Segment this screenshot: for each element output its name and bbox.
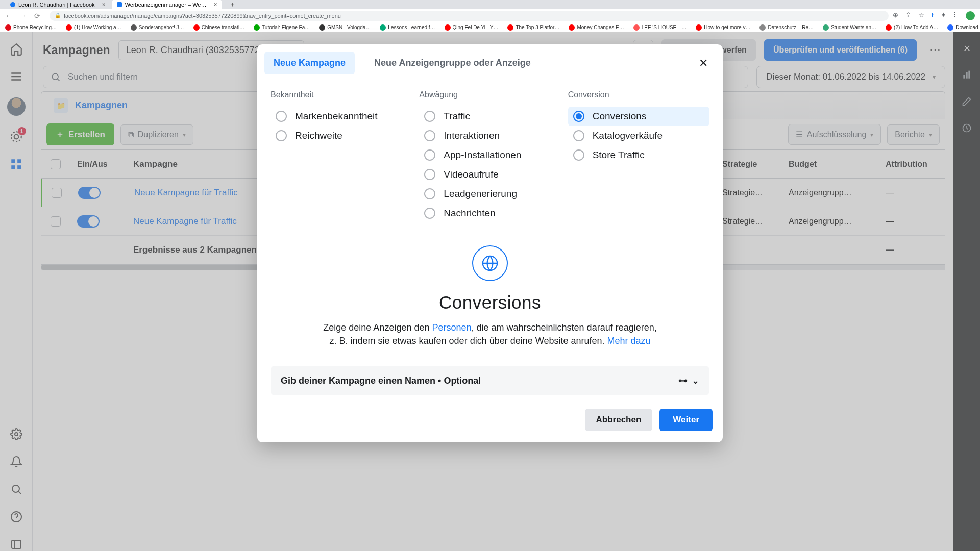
objective-columns: Bekanntheit Markenbekanntheit Reichweite… <box>271 90 709 223</box>
objective-video-views[interactable]: Videoaufrufe <box>419 165 560 184</box>
bookmark-label: LEE 'S HOUSE—… <box>642 24 687 30</box>
campaign-name-label: Gib deiner Kampagne einen Namen • Option… <box>281 375 481 386</box>
profile-avatar-icon[interactable] <box>966 11 975 20</box>
bookmark-favicon-icon <box>886 24 892 31</box>
bookmark-favicon-icon <box>947 24 953 31</box>
bookmark-label: Money Changes E… <box>577 24 624 30</box>
column-heading: Bekanntheit <box>271 90 412 99</box>
bookmark-item[interactable]: (1) How Working a… <box>66 24 121 31</box>
bookmark-item[interactable]: (2) How To Add A… <box>886 24 938 31</box>
campaign-name-row[interactable]: Gib deiner Kampagne einen Namen • Option… <box>271 366 709 395</box>
objective-label: Conversions <box>593 111 647 122</box>
bookmark-favicon-icon <box>445 24 451 31</box>
bookmark-item[interactable]: Download - Cooki… <box>947 24 980 31</box>
bookmark-item[interactable]: The Top 3 Platfor… <box>507 24 559 31</box>
hero-text: Zeige deine Anzeigen den <box>323 322 432 333</box>
column-heading: Abwägung <box>419 90 560 99</box>
extensions-icon[interactable]: ✦ <box>941 11 946 20</box>
hero-link-more[interactable]: Mehr dazu <box>607 336 650 346</box>
menu-icon[interactable]: ⠇ <box>953 11 959 20</box>
objective-brand-awareness[interactable]: Markenbekanntheit <box>271 107 412 126</box>
lock-icon: 🔒 <box>55 13 61 18</box>
browser-tab[interactable]: Werbeanzeigenmanager – We… × <box>112 0 223 10</box>
bookmark-item[interactable]: Datenschutz – Re… <box>760 24 814 31</box>
bookmark-favicon-icon <box>633 24 640 31</box>
forward-icon[interactable]: → <box>19 12 27 20</box>
new-tab-icon[interactable]: ＋ <box>229 0 236 9</box>
bookmark-favicon-icon <box>760 24 766 31</box>
bookmark-label: Student Wants an… <box>831 24 876 30</box>
bookmark-item[interactable]: Chinese translati… <box>193 24 244 31</box>
objective-lead-generation[interactable]: Leadgenerierung <box>419 184 560 204</box>
bookmark-favicon-icon <box>66 24 72 31</box>
bookmark-item[interactable]: Student Wants an… <box>823 24 876 31</box>
bookmark-favicon-icon <box>131 24 137 31</box>
bookmark-item[interactable]: GMSN - Vologda… <box>319 24 371 31</box>
bookmark-item[interactable]: Money Changes E… <box>569 24 624 31</box>
bookmark-item[interactable]: Sonderangebot! J… <box>131 24 184 31</box>
browser-chrome: Leon R. Chaudhari | Facebook × Werbeanze… <box>0 0 980 32</box>
facebook-icon <box>117 2 122 7</box>
modal-footer: Abbrechen Weiter <box>257 399 723 442</box>
bookmark-item[interactable]: Tutorial: Eigene Fa… <box>254 24 310 31</box>
url-field[interactable]: 🔒 facebook.com/adsmanager/manage/campaig… <box>50 11 889 21</box>
modal-tab-existing[interactable]: Neue Anzeigengruppe oder Anzeige <box>365 52 540 74</box>
objective-label: Reichweite <box>295 130 342 141</box>
bookmark-favicon-icon <box>5 24 11 31</box>
column-awareness: Bekanntheit Markenbekanntheit Reichweite <box>271 90 412 223</box>
bookmark-favicon-icon <box>193 24 200 31</box>
modal-header: Neue Kampagne Neue Anzeigengruppe oder A… <box>257 44 723 74</box>
bookmark-item[interactable]: Qing Fei De Yi - Y… <box>445 24 499 31</box>
bookmark-label: How to get more v… <box>704 24 750 30</box>
new-campaign-modal: Neue Kampagne Neue Anzeigengruppe oder A… <box>257 44 723 442</box>
share-icon[interactable]: ⇪ <box>905 11 911 20</box>
column-consideration: Abwägung Traffic Interaktionen App-Insta… <box>419 90 560 223</box>
bookmark-item[interactable]: Lessons Learned f… <box>380 24 435 31</box>
bookmark-label: (2) How To Add A… <box>894 24 938 30</box>
objective-app-installs[interactable]: App-Installationen <box>419 145 560 165</box>
next-button[interactable]: Weiter <box>659 409 713 431</box>
chevron-down-icon: ⌄ <box>692 375 699 386</box>
facebook-icon <box>10 2 15 7</box>
tab-close-icon[interactable]: × <box>213 1 217 8</box>
browser-tab-title: Leon R. Chaudhari | Facebook <box>18 2 95 8</box>
zoom-icon[interactable]: ⊕ <box>893 11 898 20</box>
back-icon[interactable]: ← <box>5 12 12 20</box>
key-icon: ⊶ <box>678 375 688 386</box>
browser-nav-arrows: ← → ⟳ <box>5 11 45 20</box>
objective-conversions[interactable]: Conversions <box>568 107 709 126</box>
modal-overlay: Neue Kampagne Neue Anzeigengruppe oder A… <box>0 32 980 551</box>
bookmark-label: Tutorial: Eigene Fa… <box>262 24 310 30</box>
bookmark-favicon-icon <box>696 24 702 31</box>
reload-icon[interactable]: ⟳ <box>34 12 40 20</box>
objective-hero: Conversions Zeige deine Anzeigen den Per… <box>271 245 709 347</box>
objective-reach[interactable]: Reichweite <box>271 126 412 145</box>
objective-catalog-sales[interactable]: Katalogverkäufe <box>568 126 709 145</box>
tab-close-icon[interactable]: × <box>102 1 106 8</box>
bookmark-label: GMSN - Vologda… <box>327 24 371 30</box>
facebook-ext-icon[interactable]: f <box>932 11 934 20</box>
cancel-button[interactable]: Abbrechen <box>585 409 653 431</box>
hero-title: Conversions <box>439 292 541 313</box>
objective-traffic[interactable]: Traffic <box>419 107 560 126</box>
star-icon[interactable]: ☆ <box>918 11 924 20</box>
objective-label: Store Traffic <box>593 149 645 161</box>
objective-engagement[interactable]: Interaktionen <box>419 126 560 145</box>
browser-tab[interactable]: Leon R. Chaudhari | Facebook × <box>5 0 111 10</box>
objective-label: Markenbekanntheit <box>295 111 378 122</box>
bookmark-item[interactable]: How to get more v… <box>696 24 750 31</box>
bookmark-label: Download - Cooki… <box>955 24 980 30</box>
hero-link-people[interactable]: Personen <box>432 322 471 333</box>
bookmark-label: Qing Fei De Yi - Y… <box>453 24 499 30</box>
modal-close-button[interactable]: ✕ <box>694 54 713 72</box>
bookmark-favicon-icon <box>569 24 575 31</box>
modal-tab-new-campaign[interactable]: Neue Kampagne <box>264 52 355 74</box>
objective-messages[interactable]: Nachrichten <box>419 204 560 223</box>
objective-label: Nachrichten <box>444 208 495 219</box>
bookmark-item[interactable]: LEE 'S HOUSE—… <box>633 24 687 31</box>
objective-store-traffic[interactable]: Store Traffic <box>568 145 709 165</box>
bookmarks-bar: Phone Recycling… (1) How Working a… Sond… <box>0 22 980 32</box>
bookmark-label: Chinese translati… <box>202 24 244 30</box>
objective-label: Leadgenerierung <box>444 188 517 199</box>
bookmark-item[interactable]: Phone Recycling… <box>5 24 57 31</box>
